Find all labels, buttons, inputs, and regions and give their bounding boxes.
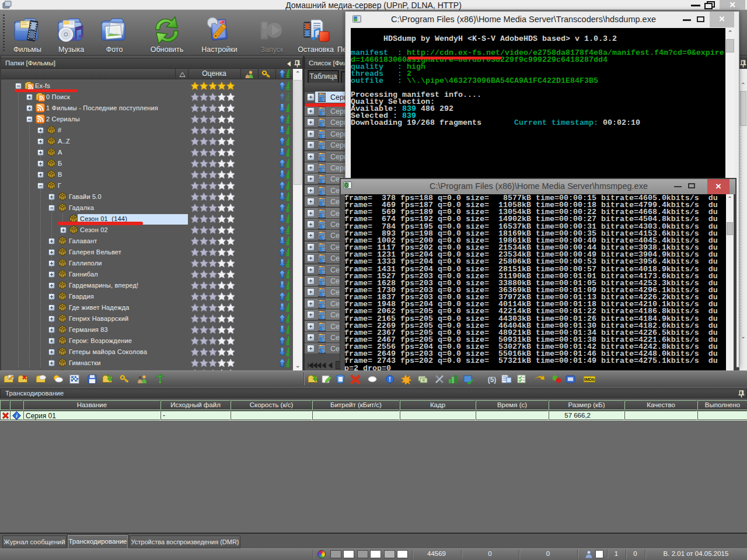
svg-text:!: ! xyxy=(389,376,390,383)
svg-text:(5): (5) xyxy=(488,376,497,384)
svg-text:IMDb: IMDb xyxy=(584,377,595,382)
